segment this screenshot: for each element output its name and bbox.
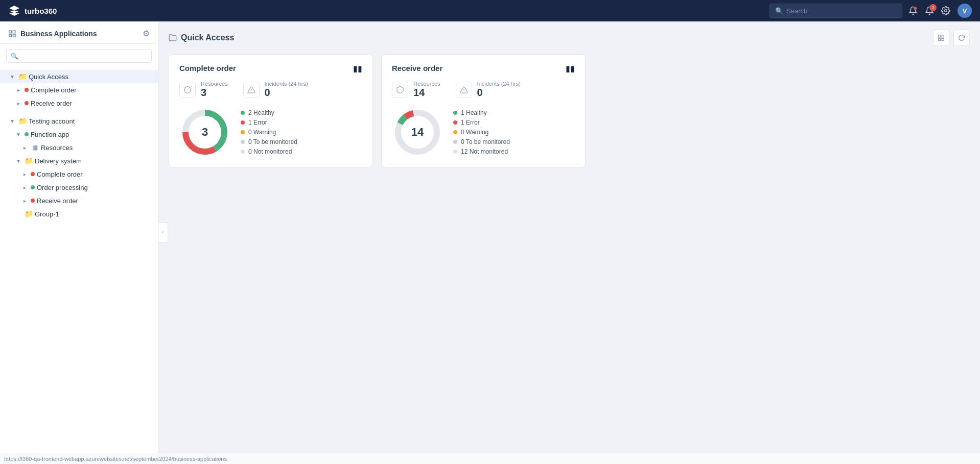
toggle-delivery-system[interactable]: ▼ (14, 157, 22, 165)
refresh-button[interactable] (953, 30, 970, 46)
settings-button[interactable] (941, 6, 950, 15)
legend-dot-error-receive (453, 120, 457, 125)
status-dot-order-processing (31, 185, 35, 189)
refresh-icon (958, 34, 965, 41)
card-receive-order-body: 14 1 Healthy 1 Error 0 War (392, 107, 575, 158)
main-actions (933, 30, 970, 46)
toggle-complete-order[interactable]: ▸ (20, 170, 29, 178)
svg-rect-6 (939, 35, 941, 37)
sidebar-item-quick-access[interactable]: ▼ 📁 Quick Access (0, 70, 158, 83)
stat-label-resources-receive: Resources (413, 81, 440, 87)
toggle-receive-order-qa[interactable]: ▸ (14, 99, 22, 107)
sidebar-collapse-button[interactable]: ‹ (158, 222, 168, 242)
stat-label-resources-complete: Resources (201, 81, 228, 87)
toggle-complete-order-qa[interactable]: ▸ (14, 86, 22, 94)
logo-icon (8, 5, 20, 17)
toggle-quick-access[interactable]: ▼ (8, 72, 16, 81)
stat-resources-receive: Resources 14 (392, 81, 440, 99)
notifications-button[interactable]: 1 (925, 6, 934, 15)
legend-notmonitored-receive: 12 Not monitored (453, 148, 510, 155)
svg-rect-9 (942, 38, 944, 40)
card-receive-order-header: Receive order ▮▮ (392, 64, 575, 74)
sidebar-item-group-1[interactable]: ▸ 📁 Group-1 (0, 207, 158, 221)
sidebar-search-icon: 🔍 (11, 53, 18, 60)
notification-badge: 1 (929, 4, 937, 11)
stat-label-incidents-receive: Incidents (24 hrs) (477, 81, 521, 87)
folder-icon-group-1: 📁 (25, 210, 33, 218)
card-complete-order-body: 3 2 Healthy 1 Error 0 Warn (179, 107, 362, 158)
svg-rect-7 (942, 35, 944, 37)
stat-value-resources-receive: 14 (413, 87, 440, 99)
sidebar-label-delivery-system: Delivery system (35, 157, 82, 165)
toggle-receive-order[interactable]: ▸ (20, 197, 29, 205)
stat-incidents-complete: Incidents (24 hrs) 0 (243, 81, 308, 99)
announcements-button[interactable] (908, 6, 918, 15)
sidebar-item-delivery-system[interactable]: ▼ 📁 Delivery system (0, 154, 158, 167)
donut-label-complete: 3 (202, 126, 208, 139)
grid-view-icon (938, 34, 945, 41)
svg-rect-4 (9, 34, 12, 37)
sidebar: Business Applications ⚙ 🔍 ▼ 📁 Quick Acce… (0, 21, 158, 464)
legend-dot-notmonitored-receive (453, 150, 457, 154)
sidebar-header: Business Applications ⚙ (0, 21, 158, 44)
sidebar-label-order-processing: Order processing (37, 184, 88, 191)
sidebar-item-receive-order-qa[interactable]: ▸ Receive order (0, 96, 158, 110)
legend-dot-tobe-complete (241, 140, 245, 144)
toggle-function-app[interactable]: ▼ (14, 130, 22, 138)
sidebar-item-testing-account[interactable]: ▼ 📁 Testing account (0, 114, 158, 128)
stat-value-incidents-complete: 0 (265, 87, 308, 99)
toggle-resources[interactable]: ▸ (20, 143, 29, 152)
status-dot-complete-order (31, 172, 35, 176)
sidebar-tree: ▼ 📁 Quick Access ▸ Complete order ▸ Rece… (0, 68, 158, 223)
svg-point-1 (945, 10, 947, 12)
sidebar-label-receive-order-qa: Receive order (31, 100, 72, 107)
sidebar-item-receive-order[interactable]: ▸ Receive order (0, 194, 158, 207)
sidebar-label-complete-order: Complete order (37, 170, 83, 178)
sidebar-item-function-app[interactable]: ▼ Function app (0, 128, 158, 141)
search-input[interactable] (786, 7, 897, 15)
grid-view-button[interactable] (933, 30, 949, 46)
card-complete-order-title: Complete order (179, 64, 236, 72)
legend-dot-error-complete (241, 120, 245, 125)
legend-receive-order: 1 Healthy 1 Error 0 Warning 0 To be (453, 109, 510, 155)
cards-grid: Complete order ▮▮ Resources 3 (169, 54, 970, 167)
svg-rect-5 (13, 34, 15, 37)
bookmark-receive-order[interactable]: ▮▮ (566, 64, 575, 74)
sidebar-item-complete-order-qa[interactable]: ▸ Complete order (0, 83, 158, 96)
sidebar-search-input[interactable] (21, 52, 147, 60)
legend-warning-receive: 0 Warning (453, 129, 510, 136)
sidebar-item-order-processing[interactable]: ▸ Order processing (0, 181, 158, 194)
donut-receive-order: 14 (392, 107, 443, 158)
donut-complete-order: 3 (179, 107, 230, 158)
page-title: Quick Access (181, 33, 234, 42)
sidebar-label-receive-order: Receive order (37, 197, 78, 205)
sidebar-search[interactable]: 🔍 (6, 49, 152, 63)
folder-icon-testing-account: 📁 (18, 117, 27, 125)
main-content: Quick Access (158, 21, 980, 464)
sidebar-label-testing-account: Testing account (29, 117, 75, 125)
stat-icon-incidents-receive (456, 82, 472, 98)
sidebar-item-resources[interactable]: ▸ ▦ Resources (0, 141, 158, 154)
sidebar-item-complete-order[interactable]: ▸ Complete order (0, 167, 158, 181)
user-avatar[interactable]: V (958, 4, 972, 18)
sidebar-label-function-app: Function app (31, 131, 69, 138)
card-complete-order: Complete order ▮▮ Resources 3 (169, 54, 373, 167)
svg-rect-3 (13, 31, 15, 33)
legend-tobe-receive: 0 To be monitored (453, 138, 510, 145)
bookmark-complete-order[interactable]: ▮▮ (353, 64, 362, 74)
folder-icon-main (169, 34, 177, 42)
toggle-order-processing[interactable]: ▸ (20, 183, 29, 191)
search-box[interactable]: 🔍 (769, 4, 902, 18)
card-complete-order-header: Complete order ▮▮ (179, 64, 362, 74)
app-logo[interactable]: turbo360 (8, 5, 57, 17)
legend-error-receive: 1 Error (453, 119, 510, 126)
main-header: Quick Access (169, 30, 970, 46)
card-receive-order: Receive order ▮▮ Resources 14 (381, 54, 586, 167)
legend-dot-warning-receive (453, 130, 457, 134)
app-layout: Business Applications ⚙ 🔍 ▼ 📁 Quick Acce… (0, 21, 980, 464)
toggle-testing-account[interactable]: ▼ (8, 117, 16, 125)
sidebar-settings-icon[interactable]: ⚙ (143, 29, 150, 38)
legend-notmonitored-complete: 0 Not monitored (241, 148, 297, 155)
card-receive-order-stats: Resources 14 Incidents (24 hrs) (392, 81, 575, 99)
card-receive-order-title: Receive order (392, 64, 442, 72)
